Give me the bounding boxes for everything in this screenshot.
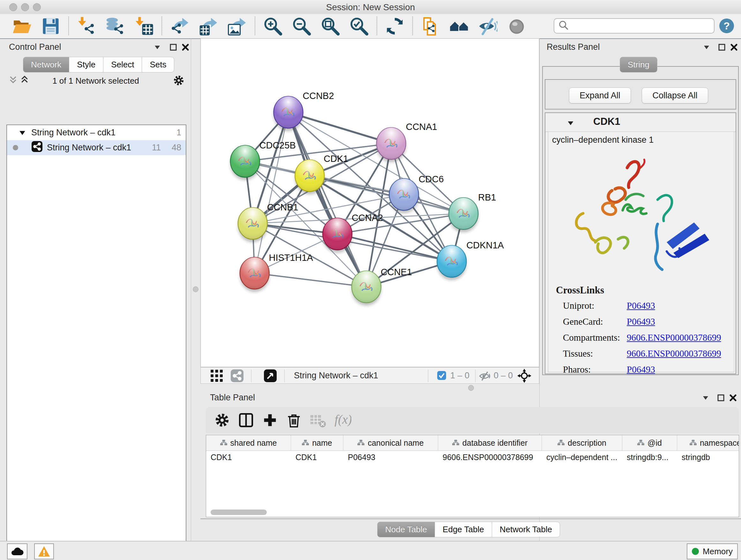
close-panel-icon[interactable]	[181, 43, 190, 52]
add-column-icon[interactable]	[261, 411, 279, 429]
crosslink-label: Pharos:	[563, 364, 627, 375]
horizontal-splitter-handle[interactable]	[468, 385, 474, 391]
export-image-icon[interactable]	[227, 16, 247, 37]
close-panel-icon[interactable]	[729, 43, 739, 52]
cloud-icon[interactable]	[7, 543, 27, 559]
horizontal-scrollbar[interactable]	[211, 509, 267, 515]
network-edge[interactable]	[288, 112, 391, 144]
refresh-icon[interactable]	[385, 16, 405, 37]
crosslink-row: GeneCard:P06493	[563, 316, 729, 327]
tab-style[interactable]: Style	[69, 57, 104, 72]
selected-checkbox[interactable]	[437, 371, 447, 380]
first-neighbors-icon[interactable]	[449, 16, 469, 37]
tree-expand-icon[interactable]	[19, 128, 25, 138]
hide-selected-icon[interactable]	[478, 16, 498, 37]
gear-icon[interactable]	[213, 411, 231, 429]
network-node-rb1[interactable]: RB1	[449, 192, 496, 233]
zoom-fit-icon[interactable]	[320, 16, 340, 37]
column-header-namespace[interactable]: namespace	[677, 435, 739, 450]
table-cell[interactable]: CDK1	[291, 451, 343, 463]
column-header--id[interactable]: @id	[622, 435, 677, 450]
export-network-icon[interactable]	[170, 16, 190, 37]
table-cell[interactable]: stringdb	[677, 451, 739, 463]
collapse-all-tree-icon[interactable]	[8, 75, 18, 84]
network-node-ccne1[interactable]: CCNE1	[352, 267, 412, 306]
table-cell[interactable]: P06493	[343, 451, 438, 463]
network-node-ccnb2[interactable]: CCNB2	[274, 91, 334, 131]
zoom-in-icon[interactable]	[263, 16, 283, 37]
hidden-eye-icon[interactable]	[479, 370, 490, 382]
delete-column-icon[interactable]	[285, 411, 303, 429]
network-node-hist1h1a[interactable]: HIST1H1A	[240, 253, 313, 292]
collapse-all-button[interactable]: Collapse All	[642, 87, 708, 104]
vertical-splitter-handle[interactable]	[193, 287, 199, 292]
collapse-panel-icon[interactable]	[702, 43, 711, 52]
network-node-ccna1[interactable]: CCNA1	[377, 122, 437, 162]
expand-all-tree-icon[interactable]	[20, 75, 29, 84]
open-session-icon[interactable]	[12, 16, 32, 37]
import-database-icon[interactable]	[105, 16, 125, 37]
selected-node-edge-counts: 1 – 0	[450, 371, 469, 381]
float-panel-icon[interactable]	[716, 393, 726, 402]
search-input[interactable]	[569, 21, 714, 31]
gear-icon[interactable]	[172, 74, 185, 87]
pan-icon[interactable]	[517, 368, 532, 383]
network-view-canvas[interactable]: CCNB2CCNA1CDC25BCDK1CDC6RB1CCNB1CCNA2CDK…	[200, 38, 539, 367]
toolbar-separator	[377, 17, 377, 35]
network-edge[interactable]	[255, 112, 288, 273]
save-session-icon[interactable]	[41, 16, 61, 37]
help-icon[interactable]: ?	[719, 18, 734, 33]
crosslink-link[interactable]: P06493	[627, 316, 655, 327]
table-cell[interactable]: CDK1	[206, 451, 291, 463]
network-edge[interactable]	[255, 273, 366, 287]
crosslink-link[interactable]: 9606.ENSP00000378699	[627, 348, 721, 359]
crosslink-link[interactable]: P06493	[627, 364, 655, 375]
import-table-icon[interactable]	[134, 16, 154, 37]
collapse-gene-icon[interactable]	[566, 118, 576, 127]
tab-edge-table[interactable]: Edge Table	[435, 522, 492, 537]
memory-button[interactable]: Memory	[687, 543, 738, 559]
column-header-name[interactable]: name	[291, 435, 343, 450]
table-row[interactable]: CDK1CDK1P064939606.ENSP00000378699cyclin…	[206, 451, 739, 463]
bottom-status-bar: Memory	[0, 541, 741, 560]
expand-all-button[interactable]: Expand All	[569, 87, 631, 104]
network-node-cdkn1a[interactable]: CDKN1A	[437, 240, 504, 280]
network-node-cdc25b[interactable]: CDC25B	[230, 140, 296, 180]
column-header-database-identifier[interactable]: database identifier	[438, 435, 542, 450]
crosslink-link[interactable]: P06493	[627, 300, 655, 311]
crosslink-link[interactable]: 9606.ENSP00000378699	[627, 332, 721, 343]
share-icon[interactable]	[230, 369, 244, 383]
collapse-panel-icon[interactable]	[152, 43, 162, 52]
crosslink-row: Pharos:P06493	[563, 364, 729, 375]
table-cell[interactable]: cyclin–dependent ...	[542, 451, 622, 463]
column-header-shared-name[interactable]: shared name	[206, 435, 291, 450]
tab-string[interactable]: String	[620, 57, 657, 72]
close-panel-icon[interactable]	[728, 393, 738, 402]
warning-icon[interactable]	[34, 543, 54, 559]
import-network-icon[interactable]	[76, 16, 97, 37]
table-cell[interactable]: 9606.ENSP00000378699	[438, 451, 542, 463]
table-cell[interactable]: stringdb:9...	[622, 451, 677, 463]
column-header-description[interactable]: description	[542, 435, 622, 450]
export-table-icon[interactable]	[198, 16, 219, 37]
tab-select[interactable]: Select	[104, 57, 142, 72]
grid-icon[interactable]	[210, 369, 224, 383]
gene-card-header[interactable]: CDK1	[545, 113, 736, 132]
show-all-icon[interactable]	[507, 16, 527, 37]
tab-sets[interactable]: Sets	[142, 57, 174, 72]
duplicate-network-icon[interactable]	[420, 16, 441, 37]
search-box[interactable]	[554, 18, 715, 34]
collapse-panel-icon[interactable]	[701, 393, 711, 402]
tab-node-table[interactable]: Node Table	[377, 522, 435, 537]
tab-network-table[interactable]: Network Table	[492, 522, 560, 537]
float-panel-icon[interactable]	[169, 43, 178, 52]
columns-icon[interactable]	[237, 411, 255, 429]
zoom-selected-icon[interactable]	[349, 16, 369, 37]
birdseye-icon[interactable]	[263, 369, 277, 383]
tab-network[interactable]: Network	[23, 57, 69, 72]
column-header-canonical-name[interactable]: canonical name	[343, 435, 438, 450]
zoom-out-icon[interactable]	[291, 16, 312, 37]
network-row-selected[interactable]: String Network – cdk1 11 48	[7, 140, 186, 155]
float-panel-icon[interactable]	[717, 43, 727, 52]
network-collection-row[interactable]: String Network – cdk1 1	[7, 125, 186, 140]
